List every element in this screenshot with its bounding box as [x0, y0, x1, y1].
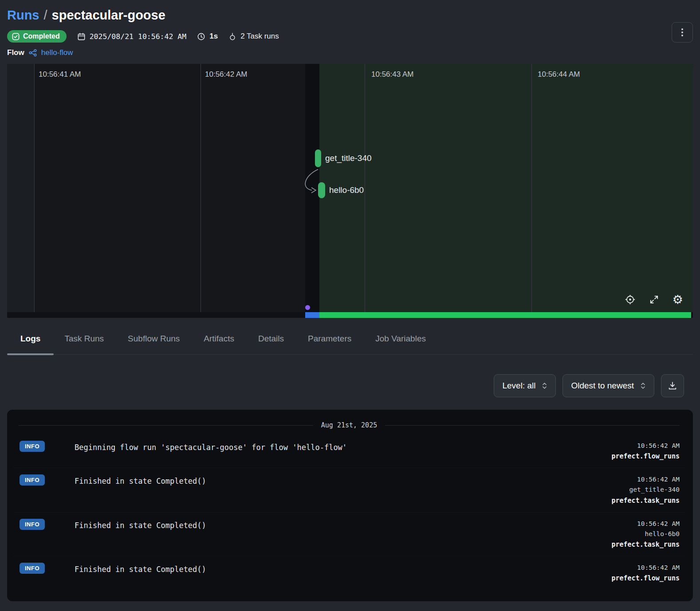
kebab-icon	[678, 27, 687, 37]
logs-panel: Aug 21st, 2025 INFO Beginning flow run '…	[7, 410, 693, 601]
breadcrumb: Runs/spectacular-goose	[7, 6, 693, 24]
tab-details[interactable]: Details	[258, 331, 284, 354]
run-duration: 1s	[197, 32, 218, 41]
log-entry: INFO Beginning flow run 'spectacular-goo…	[12, 435, 686, 468]
timeline-axis-label: 10:56:44 AM	[538, 70, 580, 79]
timeline-axis-label: 10:56:41 AM	[39, 70, 81, 79]
task-label: get_title-340	[325, 153, 372, 163]
timeline-controls: ⚙	[625, 294, 683, 306]
task-bar	[318, 182, 325, 198]
log-entry: INFO Finished in state Completed() 10:56…	[12, 512, 686, 556]
task-bar	[315, 149, 321, 167]
timeline-task-hello-6b0[interactable]: hello-6b0	[318, 182, 364, 198]
download-icon	[668, 381, 677, 391]
page-title: spectacular-goose	[52, 8, 165, 22]
tab-job-variables[interactable]: Job Variables	[375, 331, 426, 354]
scrollbar-segment-completed	[319, 312, 691, 318]
run-datetime-value: 2025/08/21 10:56:42 AM	[90, 32, 187, 41]
breadcrumb-runs-link[interactable]: Runs	[7, 8, 39, 22]
run-duration-value: 1s	[209, 32, 218, 41]
check-icon	[12, 33, 20, 40]
tab-label: Artifacts	[204, 334, 234, 343]
log-timestamp: 10:56:42 AM	[578, 563, 680, 573]
log-meta: 10:56:42 AM get_title-340 prefect.task_r…	[578, 474, 680, 505]
gear-icon: ⚙	[672, 294, 683, 306]
log-timestamp: 10:56:42 AM	[578, 474, 680, 485]
tab-label: Details	[258, 334, 284, 343]
timeline-gridline	[531, 64, 532, 312]
timeline-axis-label: 10:56:43 AM	[371, 70, 413, 79]
tab-label: Job Variables	[375, 334, 426, 343]
log-meta: 10:56:42 AM hello-6b0 prefect.task_runs	[578, 519, 680, 550]
log-logger: prefect.flow_runs	[578, 451, 680, 462]
timeline-gridline	[201, 64, 201, 312]
sort-order-label: Oldest to newest	[571, 381, 634, 391]
log-date-text: Aug 21st, 2025	[321, 421, 377, 429]
level-filter-select[interactable]: Level: all	[494, 374, 556, 397]
tab-subflow-runs[interactable]: Subflow Runs	[128, 331, 180, 354]
timeline-task-get-title-340[interactable]: get_title-340	[315, 149, 372, 167]
download-logs-button[interactable]	[661, 374, 684, 397]
tab-label: Parameters	[308, 334, 351, 343]
clock-icon	[197, 32, 205, 41]
log-timestamp: 10:56:42 AM	[578, 441, 680, 451]
log-meta: 10:56:42 AM prefect.flow_runs	[578, 441, 680, 462]
tab-artifacts[interactable]: Artifacts	[204, 331, 234, 354]
run-datetime: 2025/08/21 10:56:42 AM	[77, 32, 187, 41]
timeline-gridline	[34, 64, 35, 312]
log-task-name: hello-6b0	[578, 529, 680, 539]
timeline-settings-button[interactable]: ⚙	[672, 294, 683, 306]
fullscreen-button[interactable]	[649, 294, 659, 305]
tab-parameters[interactable]: Parameters	[308, 331, 351, 354]
divider-line	[385, 425, 680, 426]
flow-row: Flow hello-flow	[7, 48, 693, 57]
log-meta: 10:56:42 AM prefect.flow_runs	[578, 563, 680, 584]
log-logger: prefect.task_runs	[578, 539, 680, 550]
flow-icon	[28, 49, 37, 57]
breadcrumb-separator: /	[44, 8, 47, 22]
flow-label: Flow	[7, 48, 24, 57]
log-message: Finished in state Completed()	[75, 519, 578, 531]
tab-logs[interactable]: Logs	[20, 331, 40, 354]
tab-bar: Logs Task Runs Subflow Runs Artifacts De…	[7, 331, 693, 355]
scrollbar-segment-running	[305, 312, 319, 318]
flow-name-link[interactable]: hello-flow	[41, 48, 73, 57]
log-logger: prefect.task_runs	[578, 495, 680, 506]
status-badge: Completed	[7, 30, 67, 43]
task-runs-icon	[228, 32, 236, 41]
tab-task-runs[interactable]: Task Runs	[64, 331, 104, 354]
log-entry: INFO Finished in state Completed() 10:56…	[12, 468, 686, 512]
log-message: Finished in state Completed()	[75, 474, 578, 487]
task-label: hello-6b0	[329, 185, 364, 195]
timeline-scrollbar[interactable]	[7, 312, 693, 318]
timeline-active-region	[319, 64, 693, 312]
chevron-updown-icon	[640, 381, 646, 390]
expand-icon	[649, 294, 659, 305]
log-level-badge: INFO	[20, 474, 45, 486]
sort-order-select[interactable]: Oldest to newest	[562, 374, 654, 397]
task-run-count-value: 2 Task runs	[240, 32, 279, 41]
log-level-badge: INFO	[20, 519, 45, 530]
log-entry: INFO Finished in state Completed() 10:56…	[12, 556, 686, 590]
log-message: Beginning flow run 'spectacular-goose' f…	[75, 441, 578, 453]
timeline-gridline	[365, 64, 365, 312]
more-actions-button[interactable]	[672, 22, 693, 43]
run-meta-row: Completed 2025/08/21 10:56:42 AM 1s 2	[7, 30, 693, 43]
log-date-divider: Aug 21st, 2025	[12, 421, 686, 429]
tab-label: Logs	[20, 334, 40, 343]
timeline-chart[interactable]: 10:56:41 AM 10:56:42 AM 10:56:43 AM 10:5…	[7, 64, 693, 318]
target-icon	[625, 294, 636, 305]
divider-line	[19, 425, 313, 426]
timeline-left-gutter	[7, 64, 34, 312]
status-label: Completed	[23, 32, 60, 40]
task-run-count: 2 Task runs	[228, 32, 279, 41]
log-task-name: get_title-340	[578, 485, 680, 495]
scrollbar-start-marker	[305, 305, 310, 310]
timeline-axis-label: 10:56:42 AM	[205, 70, 247, 79]
calendar-icon	[77, 32, 86, 41]
log-timestamp: 10:56:42 AM	[578, 519, 680, 529]
recenter-button[interactable]	[625, 294, 636, 305]
tab-label: Subflow Runs	[128, 334, 180, 343]
log-logger: prefect.flow_runs	[578, 573, 680, 584]
chevron-updown-icon	[542, 381, 547, 390]
